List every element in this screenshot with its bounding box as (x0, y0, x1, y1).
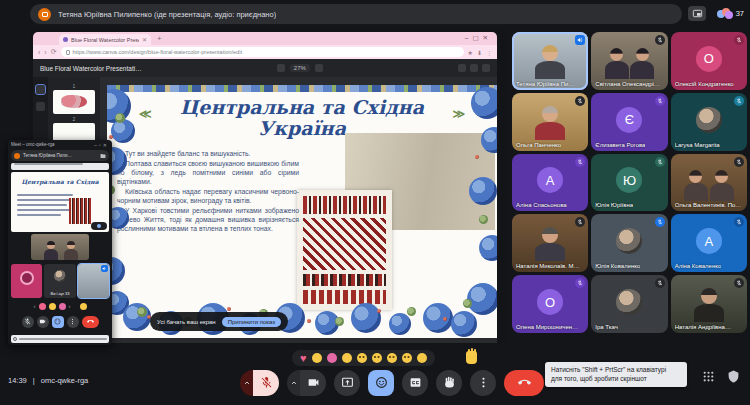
participant-tile[interactable]: Ольга Панченко (512, 93, 588, 151)
clapping-hands-emoji[interactable] (342, 353, 352, 363)
zoom-level[interactable]: 27% (290, 64, 310, 72)
participant-tile[interactable]: ООлексій Кондратенко (671, 32, 747, 90)
thumbs-up-emoji[interactable] (49, 303, 56, 310)
mini-window-title: Meet – omc-qwke-rga (11, 142, 94, 147)
sparkling-heart-emoji[interactable]: ♥ (300, 353, 307, 363)
participant-tile[interactable]: Тетяна Юріївна Пи… (512, 32, 588, 90)
more-button[interactable] (470, 370, 496, 396)
mini-meet-window[interactable]: Meet – omc-qwke-rga –▫✕ Тетяна Юріївна П… (8, 140, 112, 345)
forward-icon[interactable]: › (44, 49, 46, 56)
apps-grid-icon[interactable] (702, 370, 715, 383)
participant-name: Наталія Миколаїв. М… (516, 263, 580, 269)
new-tab-button[interactable]: + (157, 35, 162, 43)
browser-tab[interactable]: Blue Floral Watercolor Present… ✕ (59, 34, 151, 45)
folder-icon (100, 153, 106, 159)
participant-name: Ольга Панченко (516, 142, 561, 148)
mini-camera-button[interactable] (37, 316, 49, 328)
mini-more-button[interactable] (67, 316, 79, 328)
reactions-button[interactable] (368, 370, 394, 396)
mini-participant-tile[interactable] (11, 264, 42, 298)
heart-emoji[interactable] (39, 303, 46, 310)
participant-tile[interactable]: ЄЄлизавета Рогова (591, 93, 667, 151)
stop-presenting-button[interactable]: Припинити показ (222, 317, 281, 327)
participant-tile[interactable]: Юлія Коваленко (591, 214, 667, 272)
party-popper-emoji[interactable] (59, 303, 66, 310)
leaf-decoration (137, 307, 147, 317)
person-silhouette (605, 61, 629, 79)
participant-tile[interactable]: ААліна Спасьонова (512, 154, 588, 212)
mini-leave-button[interactable] (82, 316, 99, 328)
mic-off-button[interactable] (253, 370, 279, 396)
reload-icon[interactable]: ⟳ (51, 48, 57, 56)
share-icon[interactable] (458, 64, 466, 72)
captions-button[interactable] (402, 370, 428, 396)
berry-decoration (307, 319, 311, 323)
participant-tile[interactable]: Ольга Валентинів. По… (671, 154, 747, 212)
scroll-left-icon[interactable]: ‹ (34, 303, 36, 309)
bookmark-icon[interactable]: ★ (468, 49, 473, 56)
participant-tile[interactable]: Larysa Margarita (671, 93, 747, 151)
present-button[interactable] (334, 370, 360, 396)
annotate-button[interactable] (91, 222, 107, 230)
mini-video-thumb[interactable] (31, 234, 89, 260)
participant-tile[interactable]: Світлана Олександрі… (591, 32, 667, 90)
mic-off-icon (734, 278, 744, 288)
thumbs-up-emoji[interactable] (312, 353, 322, 363)
avatar: О (537, 289, 563, 315)
sad-face-emoji[interactable] (387, 353, 397, 363)
participant-name: Ольга Валентинів. По… (675, 202, 742, 208)
editor-toolbar-right[interactable] (458, 64, 490, 72)
camera-button[interactable] (300, 370, 326, 396)
mini-window-controls[interactable]: –▫✕ (94, 142, 109, 148)
download-icon[interactable] (470, 64, 478, 72)
call-end-button[interactable] (504, 370, 544, 396)
participant-tile[interactable]: ООлена Мирошничен… (512, 275, 588, 333)
scroll-right-icon[interactable]: › (69, 303, 71, 309)
participant-tile[interactable]: Наталія Андріївна… (671, 275, 747, 333)
chevron-up-icon[interactable] (287, 370, 300, 396)
leaf-decoration (479, 215, 488, 224)
raise-hand-button[interactable] (436, 370, 462, 396)
design-tab-icon[interactable] (36, 85, 45, 94)
reactions-bar[interactable]: ♥ (292, 350, 435, 366)
more-icon[interactable] (482, 64, 490, 72)
mini-everyone-tile[interactable]: Ви і ще 33 (44, 264, 75, 298)
party-popper-emoji[interactable] (327, 353, 337, 363)
participant-name: Аліна Коваленко (675, 263, 722, 269)
berry-decoration (227, 307, 231, 311)
chevron-up-icon[interactable] (240, 370, 253, 396)
back-icon[interactable]: ‹ (38, 49, 40, 56)
participant-tile[interactable]: ЮЮлія Юріївна (591, 154, 667, 212)
participant-tile[interactable]: Наталія Миколаїв. М… (512, 214, 588, 272)
participant-tile[interactable]: ААліна Коваленко (671, 214, 747, 272)
elements-tab-icon[interactable] (36, 102, 45, 111)
browser-window-controls[interactable]: –▢✕ (465, 34, 492, 42)
editor-zoom-controls[interactable]: 27% (277, 64, 323, 72)
browser-menu-icon[interactable]: ⋮ (486, 49, 492, 56)
surprised-face-emoji[interactable] (372, 353, 382, 363)
mini-reactions-row[interactable]: ‹ › (11, 300, 109, 312)
presenter-status-pill: Тетяна Юріївна Пилипенко (іде презентаці… (30, 4, 682, 24)
mini-self-view-tile[interactable] (78, 264, 109, 298)
address-bar[interactable]: https://www.canva.com/design/blue-floral… (61, 47, 464, 57)
redo-icon[interactable] (315, 64, 323, 72)
host-controls-lock-icon[interactable] (727, 370, 740, 383)
laughing-face-emoji[interactable] (357, 353, 367, 363)
slide-thumbnail[interactable] (53, 90, 95, 114)
undo-icon[interactable] (277, 64, 285, 72)
person-silhouette (710, 183, 734, 201)
mini-reactions-button[interactable] (52, 316, 64, 328)
mini-mic-button[interactable] (22, 316, 34, 328)
participant-tile[interactable]: Іра Ткач (591, 275, 667, 333)
raised-hand-emoji[interactable] (466, 351, 477, 364)
raised-hand-emoji[interactable] (80, 303, 87, 310)
tab-close-icon[interactable]: ✕ (142, 36, 147, 43)
picture-in-picture-button[interactable] (688, 6, 706, 21)
thinking-face-emoji[interactable] (402, 353, 412, 363)
participants-grid: Тетяна Юріївна Пи…Світлана Олександрі…ОО… (512, 32, 747, 333)
download-icon[interactable]: ⬇ (477, 49, 482, 56)
thumbs-down-emoji[interactable] (417, 353, 427, 363)
pip-icon (692, 8, 703, 19)
berry-decoration (109, 135, 113, 139)
participants-count-indicator[interactable]: 37 (717, 6, 744, 21)
